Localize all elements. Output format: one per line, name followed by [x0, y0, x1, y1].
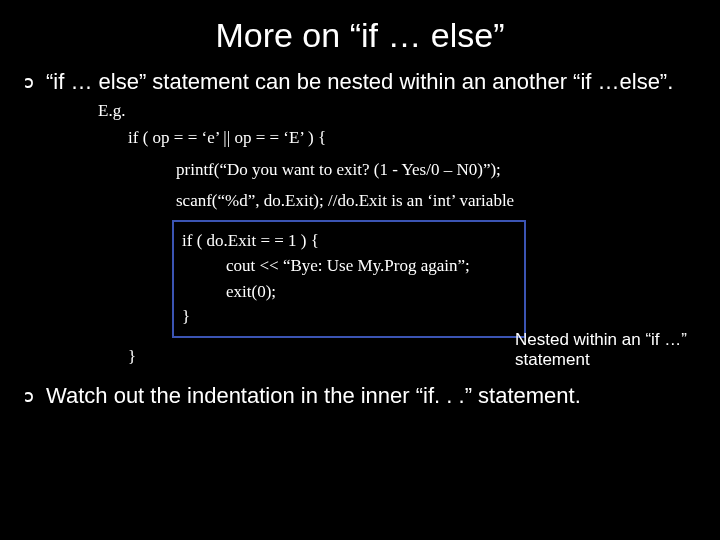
code-line-5: exit(0);	[226, 279, 522, 305]
slide: More on “if … else” ͻ “if … else” statem…	[0, 0, 720, 540]
bullet-1-text: “if … else” statement can be nested with…	[46, 69, 673, 95]
code-line-2: scanf(“%d”, do.Exit); //do.Exit is an ‘i…	[176, 188, 696, 214]
code-line-0: if ( op = = ‘e’ || op = = ‘E’ ) {	[128, 125, 696, 151]
code-line-4: cout << “Bye: Use My.Prog again”;	[226, 253, 522, 279]
code-line-6: }	[182, 304, 522, 330]
example-label: E.g.	[98, 101, 696, 121]
bullet-icon: ͻ	[24, 69, 46, 95]
bullet-2-text: Watch out the indentation in the inner “…	[46, 383, 581, 409]
code-line-1: printf(“Do you want to exit? (1 - Yes/0 …	[176, 157, 696, 183]
bullet-2: ͻ Watch out the indentation in the inner…	[24, 383, 696, 409]
bullet-icon: ͻ	[24, 383, 46, 409]
code-line-3: if ( do.Exit = = 1 ) {	[182, 228, 522, 254]
bullet-1: ͻ “if … else” statement can be nested wi…	[24, 69, 696, 95]
slide-title: More on “if … else”	[24, 16, 696, 55]
callout-text: Nested within an “if …” statement	[515, 330, 690, 370]
nested-if-box: if ( do.Exit = = 1 ) { cout << “Bye: Use…	[172, 220, 526, 338]
